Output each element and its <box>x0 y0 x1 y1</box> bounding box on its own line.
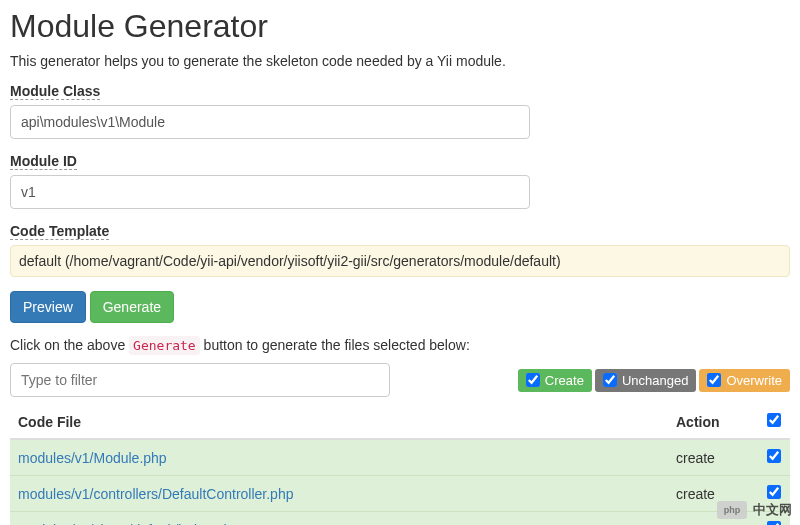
legend-overwrite-checkbox[interactable] <box>707 373 721 387</box>
hint-prefix: Click on the above <box>10 337 129 353</box>
page-title: Module Generator <box>10 8 790 45</box>
table-row: modules/v1/controllers/DefaultController… <box>10 476 790 512</box>
legend-unchanged-label: Unchanged <box>622 373 689 388</box>
th-code-file: Code File <box>10 405 668 439</box>
legend-overwrite[interactable]: Overwrite <box>699 369 790 392</box>
legend-create-checkbox[interactable] <box>526 373 540 387</box>
generate-button[interactable]: Generate <box>90 291 174 323</box>
legend-create-label: Create <box>545 373 584 388</box>
module-class-input[interactable] <box>10 105 530 139</box>
table-row: modules/v1/views/default/index.phpcreate <box>10 512 790 526</box>
watermark-text: 中文网 <box>753 501 792 519</box>
legend: Create Unchanged Overwrite <box>515 369 790 392</box>
select-all-checkbox[interactable] <box>767 413 781 427</box>
module-id-label: Module ID <box>10 153 77 170</box>
filter-row: Create Unchanged Overwrite <box>10 363 790 397</box>
table-row: modules/v1/Module.phpcreate <box>10 439 790 476</box>
file-checkbox[interactable] <box>767 521 781 525</box>
module-id-input[interactable] <box>10 175 530 209</box>
code-template-label: Code Template <box>10 223 109 240</box>
th-action: Action <box>668 405 758 439</box>
legend-unchanged[interactable]: Unchanged <box>595 369 697 392</box>
module-id-group: Module ID <box>10 153 790 209</box>
watermark-logo: php <box>717 501 747 519</box>
files-table: Code File Action modules/v1/Module.phpcr… <box>10 405 790 525</box>
file-checkbox[interactable] <box>767 485 781 499</box>
generate-hint: Click on the above Generate button to ge… <box>10 337 790 353</box>
generator-description: This generator helps you to generate the… <box>10 53 790 69</box>
module-class-group: Module Class <box>10 83 790 139</box>
file-link[interactable]: modules/v1/Module.php <box>18 450 167 466</box>
action-buttons-row: Preview Generate <box>10 291 790 323</box>
code-template-select[interactable]: default (/home/vagrant/Code/yii-api/vend… <box>10 245 790 277</box>
file-link[interactable]: modules/v1/controllers/DefaultController… <box>18 486 293 502</box>
file-checkbox[interactable] <box>767 449 781 463</box>
preview-button[interactable]: Preview <box>10 291 86 323</box>
legend-overwrite-label: Overwrite <box>726 373 782 388</box>
code-template-group: Code Template default (/home/vagrant/Cod… <box>10 223 790 277</box>
module-class-label: Module Class <box>10 83 100 100</box>
watermark: php 中文网 <box>717 501 792 519</box>
hint-suffix: button to generate the files selected be… <box>200 337 470 353</box>
th-select-all <box>758 405 790 439</box>
filter-input[interactable] <box>10 363 390 397</box>
file-link[interactable]: modules/v1/views/default/index.php <box>18 522 239 526</box>
hint-code: Generate <box>129 336 200 355</box>
file-action: create <box>668 439 758 476</box>
legend-create[interactable]: Create <box>518 369 592 392</box>
legend-unchanged-checkbox[interactable] <box>603 373 617 387</box>
